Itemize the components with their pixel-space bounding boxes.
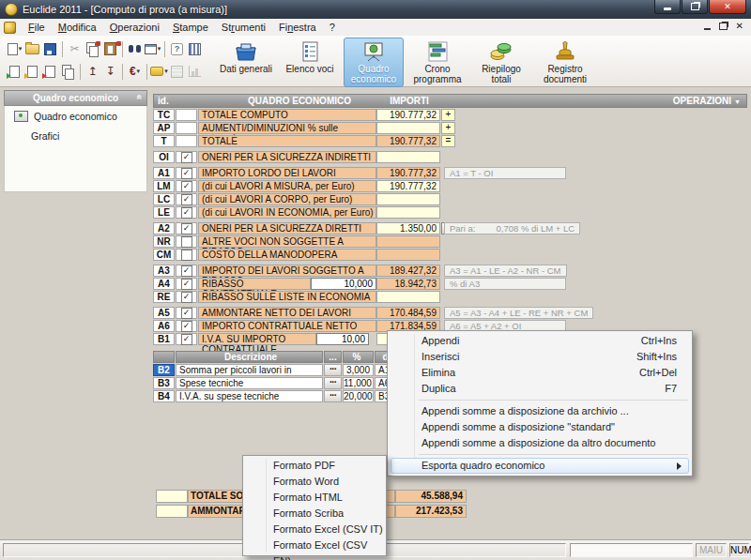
submenu-item-formato-excel-csv-it[interactable]: Formato Excel (CSV IT) (245, 522, 384, 537)
new-document-button[interactable]: ▾ (6, 40, 23, 57)
minimize-button[interactable] (654, 0, 681, 14)
columns-button[interactable] (186, 40, 204, 57)
ellipsis-button[interactable]: ··· (324, 390, 342, 402)
checkbox-checked-icon[interactable]: ✓ (181, 194, 192, 205)
duplicate-document-button[interactable] (59, 63, 77, 80)
row-value[interactable]: 190.777,32 (376, 180, 440, 192)
open-file-button[interactable] (23, 40, 41, 57)
nav-registro-documenti[interactable]: Registro documenti (535, 38, 595, 87)
windows-button[interactable]: ▾ (144, 40, 161, 57)
row-value[interactable]: 190.777,32 (376, 109, 440, 121)
iva-percent-input[interactable] (316, 333, 369, 345)
row-value[interactable] (376, 206, 440, 219)
row-id[interactable]: B3 (153, 377, 175, 389)
submenu-item-formato-word[interactable]: Formato Word (245, 474, 384, 490)
row-id[interactable]: A2 (153, 222, 175, 235)
header-operazioni[interactable]: OPERAZIONI▼ (673, 95, 741, 108)
move-bottom-button[interactable]: ↧ (101, 63, 119, 80)
checkbox-checked-icon[interactable]: ✓ (181, 321, 192, 332)
chart-button[interactable] (186, 63, 204, 80)
checkbox-checked-icon[interactable]: ✓ (181, 292, 192, 303)
row-value[interactable] (376, 291, 440, 303)
mdi-restore-icon[interactable] (719, 23, 728, 30)
menu-item-duplica[interactable]: DuplicaF7 (390, 381, 690, 397)
menu-item-appendi-standard[interactable]: Appendi somme a disposizione "standard" (390, 419, 690, 435)
nav-elenco-voci[interactable]: Elenco voci (280, 38, 340, 87)
menu-item-esporta-quadro-economico[interactable]: Esporta quadro economico (391, 458, 689, 474)
submenu-item-formato-scriba[interactable]: Formato Scriba (245, 506, 384, 522)
row-id[interactable]: A1 (153, 167, 175, 179)
row-id[interactable]: A3 (153, 265, 175, 277)
menu-item-appendi-archivio[interactable]: Appendi somme a disposizione da archivio… (390, 403, 690, 419)
row-id[interactable]: LE (153, 206, 175, 219)
import-button[interactable] (6, 63, 23, 80)
copy-button[interactable] (84, 40, 101, 57)
sidebar-header[interactable]: Quadro economico « (4, 90, 147, 106)
dropdown-icon[interactable]: ▾ (158, 45, 161, 53)
ribasso-percent-input[interactable] (311, 278, 376, 290)
checkbox-checked-icon[interactable]: ✓ (181, 223, 192, 235)
ellipsis-button[interactable]: ··· (324, 364, 342, 376)
checkbox-checked-icon[interactable]: ✓ (181, 265, 192, 277)
row-percent[interactable]: 11,000 (343, 377, 374, 389)
row-id[interactable]: A5 (153, 307, 175, 319)
menu-item-inserisci[interactable]: InserisciShift+Ins (390, 349, 690, 365)
find-button[interactable] (126, 40, 144, 57)
menu-operazioni[interactable]: Operazioni (103, 20, 166, 35)
row-id-selected[interactable]: B2 (153, 364, 175, 376)
paste-button[interactable] (101, 40, 119, 57)
nav-riepilogo-totali[interactable]: Riepilogo totali (471, 38, 531, 87)
menu-help[interactable]: ? (323, 20, 342, 35)
row-id[interactable]: TC (153, 109, 175, 121)
close-button[interactable]: ✕ (709, 0, 746, 14)
checkbox-checked-icon[interactable]: ✓ (181, 207, 192, 219)
checkbox-checked-icon[interactable]: ✓ (181, 334, 192, 345)
checkbox-unchecked-icon[interactable] (181, 250, 192, 261)
ellipsis-button[interactable]: ··· (324, 377, 342, 389)
row-description[interactable]: Somma per piccoli lavori in (176, 364, 323, 376)
dropdown-icon[interactable]: ▾ (137, 68, 141, 75)
submenu-item-formato-pdf[interactable]: Formato PDF (245, 458, 384, 474)
menu-item-appendi-altro-documento[interactable]: Appendi somme a disposizione da altro do… (390, 435, 690, 451)
row-id[interactable]: OI (153, 151, 175, 163)
mdi-minimize-icon[interactable] (704, 28, 711, 30)
move-top-button[interactable]: ↥ (84, 63, 101, 80)
checkbox-checked-icon[interactable]: ✓ (181, 168, 192, 179)
row-id[interactable]: CM (153, 249, 175, 261)
cut-button[interactable]: ✂ (66, 40, 84, 57)
row-id[interactable]: NR (153, 235, 175, 248)
menu-item-appendi[interactable]: AppendiCtrl+Ins (390, 333, 690, 349)
row-percent[interactable]: 20,000 (343, 390, 374, 402)
dropdown-icon[interactable]: ▾ (19, 45, 23, 53)
submenu-item-formato-html[interactable]: Formato HTML (245, 490, 384, 506)
nav-quadro-economico[interactable]: Quadro economico (344, 38, 404, 87)
row-value[interactable] (376, 193, 440, 205)
menu-item-elimina[interactable]: EliminaCtrl+Del (390, 365, 690, 381)
row-id[interactable]: A6 (153, 320, 175, 332)
nav-crono-programma[interactable]: Crono programma (407, 38, 467, 87)
checkbox-checked-icon[interactable]: ✓ (181, 181, 192, 192)
checkbox-checked-icon[interactable]: ✓ (181, 279, 192, 290)
menu-file[interactable]: File (22, 20, 52, 35)
row-id[interactable]: A4 (153, 278, 175, 290)
print-document-button[interactable] (41, 63, 59, 80)
menu-strumenti[interactable]: Strumenti (215, 20, 272, 35)
row-id[interactable]: T (153, 135, 175, 147)
menu-stampe[interactable]: Stampe (166, 20, 215, 35)
excel-export-button[interactable] (168, 63, 186, 80)
highlight-button[interactable]: ▾ (150, 63, 168, 80)
row-percent[interactable]: 3,000 (343, 364, 374, 376)
help-button[interactable]: ? (168, 40, 186, 57)
row-description[interactable]: I.V.A. su spese tecniche (176, 390, 323, 402)
row-id[interactable]: RE (153, 291, 175, 303)
restore-button[interactable] (682, 0, 708, 14)
save-button[interactable] (41, 40, 59, 57)
checkbox-unchecked-icon[interactable] (181, 236, 192, 248)
row-id[interactable]: LC (153, 193, 175, 205)
row-id[interactable]: LM (153, 180, 175, 192)
sidebar-item-grafici[interactable]: Grafici (5, 126, 146, 145)
row-value[interactable]: 1.350,00 (376, 222, 440, 235)
submenu-item-formato-excel-csv-en[interactable]: Formato Excel (CSV EN) (245, 537, 384, 553)
row-value[interactable] (376, 122, 440, 134)
currency-button[interactable]: €▾ (126, 63, 144, 80)
